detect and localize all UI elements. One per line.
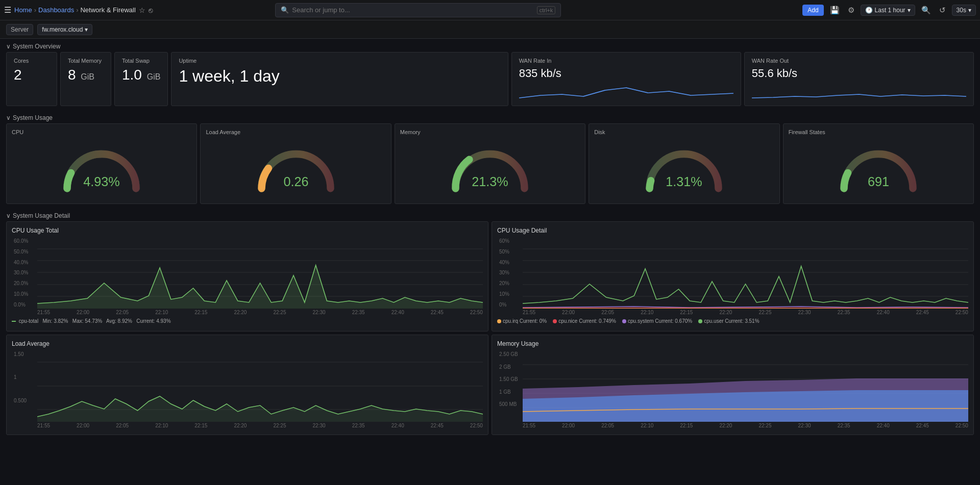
server-label: Server [6, 24, 33, 35]
gauge-card-firewall: Firewall States 691 [783, 123, 974, 204]
irq-legend: cpu.irq Current: 0% [503, 318, 547, 324]
stat-card-wan-out: WAN Rate Out 55.6 kb/s [744, 52, 974, 106]
stat-card-wan-in: WAN Rate In 835 kb/s [511, 52, 741, 106]
cpu-detail-legend: cpu.irq Current: 0% cpu.nice Current: 0.… [497, 316, 968, 326]
load-gauge-svg: 0.26 [250, 137, 342, 198]
gauge-cards: CPU [6, 123, 974, 204]
save-dashboard-icon[interactable]: 💾 [828, 4, 842, 17]
wan-out-label: WAN Rate Out [752, 58, 966, 64]
search-bar[interactable]: 🔍 ctrl+k [275, 3, 561, 17]
detail-title: System Usage Detail [13, 212, 70, 219]
refresh-icon[interactable]: ↺ [937, 4, 948, 17]
hamburger-icon[interactable]: ☰ [4, 5, 11, 15]
zoom-out-icon[interactable]: 🔍 [919, 4, 933, 17]
dash-nav: Server fw.merox.cloud ▾ [0, 20, 980, 39]
system-legend: cpu.system Current: 0.670% [628, 318, 692, 324]
stat-card-uptime: Uptime 1 week, 1 day [171, 52, 508, 106]
svg-text:0.26: 0.26 [283, 174, 308, 189]
cpu-gauge-svg: 4.93% [56, 137, 148, 198]
load-xaxis: 21:5522:0022:0522:10 22:1522:2022:2522:3… [12, 422, 483, 429]
search-input[interactable] [292, 6, 533, 14]
cpu-usage-total-card: CPU Usage Total 60.0% 50.0% 40.0% 30.0% … [6, 221, 488, 331]
stat-card-cores: Cores 2 [6, 52, 57, 106]
server-select[interactable]: fw.merox.cloud ▾ [37, 24, 92, 35]
cpu-usage-detail-card: CPU Usage Detail 60%50%40%30%20%10%0% [492, 221, 974, 331]
clock-icon: 🕐 [865, 7, 873, 14]
settings-icon[interactable]: ⚙ [846, 4, 856, 17]
memory-usage-title: Memory Usage [497, 340, 968, 347]
stat-card-swap: Total Swap 1.0 GiB [114, 52, 168, 106]
firewall-gauge-svg: 691 [832, 137, 924, 198]
breadcrumb-dashboards[interactable]: Dashboards [38, 6, 74, 14]
memory-canvas [523, 350, 968, 422]
memory-yaxis: 2.50 GB 2 GB 1.50 GB 1 GB 500 MB [497, 350, 523, 422]
svg-text:21.3%: 21.3% [472, 174, 508, 189]
disk-gauge-label: Disk [594, 129, 605, 135]
topnav-left: ☰ Home › Dashboards › Network & Firewall… [4, 5, 153, 15]
cores-label: Cores [14, 58, 50, 64]
memory-label: Total Memory [68, 58, 104, 64]
add-button[interactable]: Add [802, 5, 823, 16]
search-icon: 🔍 [281, 6, 289, 14]
wan-in-label: WAN Rate In [519, 58, 733, 64]
section-collapse-icon[interactable]: ∨ [6, 43, 11, 50]
svg-marker-10 [37, 265, 483, 309]
svg-text:691: 691 [868, 174, 889, 189]
stat-cards-row: Cores 2 Total Memory 8 GiB Total Swap 1.… [0, 52, 980, 110]
detail-grid: CPU Usage Total 60.0% 50.0% 40.0% 30.0% … [6, 221, 974, 435]
breadcrumb-home[interactable]: Home [14, 6, 32, 14]
star-icon[interactable]: ☆ [139, 6, 145, 14]
user-legend: cpu.user Current: 3.51% [704, 318, 759, 324]
breadcrumb: Home › Dashboards › Network & Firewall [14, 6, 136, 14]
cpu-total-yaxis: 60.0% 50.0% 40.0% 30.0% 20.0% 10.0% 0.0% [12, 237, 37, 309]
topnav-right: Add 💾 ⚙ 🕐 Last 1 hour ▾ 🔍 ↺ 30s ▾ [802, 4, 976, 17]
memory-chart: 2.50 GB 2 GB 1.50 GB 1 GB 500 MB [497, 350, 968, 422]
share-icon[interactable]: ⎋ [149, 6, 153, 14]
load-svg [37, 350, 483, 422]
dropdown-icon: ▾ [85, 26, 88, 33]
disk-gauge-wrapper: 1.31% [594, 137, 774, 198]
load-canvas [37, 350, 483, 422]
wan-in-sparkline [519, 80, 733, 100]
svg-marker-19 [37, 396, 483, 422]
cpu-total-chart: 60.0% 50.0% 40.0% 30.0% 20.0% 10.0% 0.0% [12, 237, 483, 309]
breadcrumb-sep-2: › [76, 6, 78, 14]
uptime-value: 1 week, 1 day [179, 67, 500, 86]
svg-text:4.93%: 4.93% [83, 174, 119, 189]
server-value: fw.merox.cloud [42, 26, 83, 33]
kbd-hint: ctrl+k [537, 6, 556, 14]
time-range-button[interactable]: 🕐 Last 1 hour ▾ [861, 5, 915, 16]
cpu-detail-yaxis: 60%50%40%30%20%10%0% [497, 237, 523, 309]
cpu-detail-canvas [523, 237, 968, 309]
cpu-gauge-wrapper: 4.93% [12, 137, 191, 198]
detail-section: CPU Usage Total 60.0% 50.0% 40.0% 30.0% … [0, 221, 980, 439]
cpu-total-legend-text: cpu-total Min: 3.82% Max: 54.73% Avg: 8.… [19, 318, 171, 324]
svg-text:1.31%: 1.31% [666, 174, 702, 189]
load-gauge-wrapper: 0.26 [206, 137, 385, 198]
stat-card-memory: Total Memory 8 GiB [60, 52, 111, 106]
load-gauge-label: Load Average [206, 129, 240, 135]
cpu-detail-xaxis: 21:5522:0022:0522:10 22:1522:2022:2522:3… [497, 309, 968, 316]
detail-collapse-icon[interactable]: ∨ [6, 212, 11, 219]
chevron-down-icon: ▾ [908, 7, 911, 14]
memory-svg [523, 350, 968, 422]
system-usage-collapse-icon[interactable]: ∨ [6, 114, 11, 121]
load-average-card: Load Average 1.50 1 0.500 [6, 335, 488, 435]
section-title: System Overview [13, 43, 60, 50]
load-yaxis: 1.50 1 0.500 [12, 350, 37, 422]
nice-legend: cpu.nice Current: 0.749% [558, 318, 616, 324]
refresh-rate-button[interactable]: 30s ▾ [952, 5, 976, 16]
wan-out-sparkline [752, 80, 966, 100]
chevron-down-icon-2: ▾ [968, 7, 971, 14]
swap-label: Total Swap [122, 58, 160, 64]
wan-in-value: 835 kb/s [519, 67, 733, 80]
wan-out-value: 55.6 kb/s [752, 67, 966, 80]
gauge-card-disk: Disk 1.31% [589, 123, 779, 204]
cpu-total-legend: cpu-total Min: 3.82% Max: 54.73% Avg: 8.… [12, 316, 483, 326]
load-average-title: Load Average [12, 340, 483, 347]
cpu-total-title: CPU Usage Total [12, 227, 483, 234]
system-usage-header: ∨ System Usage [0, 110, 980, 123]
topnav: ☰ Home › Dashboards › Network & Firewall… [0, 0, 980, 20]
system-usage-title: System Usage [13, 114, 53, 121]
uptime-label: Uptime [179, 58, 500, 64]
